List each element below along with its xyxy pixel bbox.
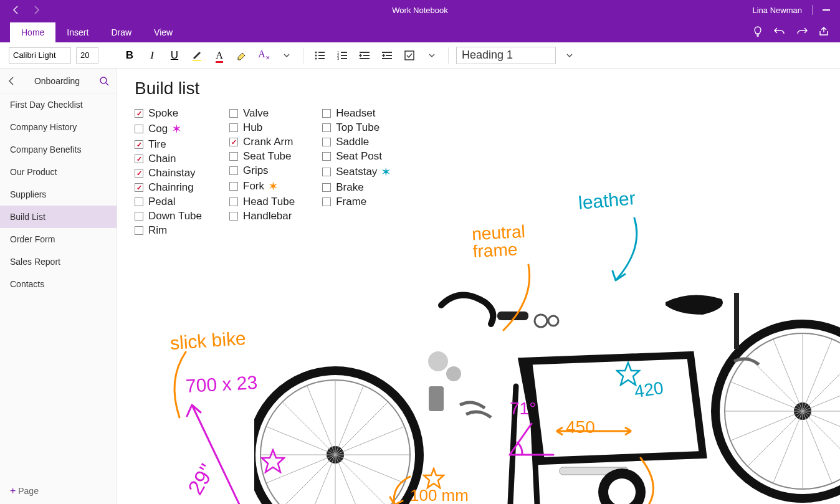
tab-view[interactable]: View <box>143 22 184 42</box>
bullet-list-button[interactable] <box>311 47 328 64</box>
clear-formatting-button[interactable]: A✕ <box>255 47 273 64</box>
underline-button[interactable]: U <box>166 47 183 64</box>
checklist-item[interactable]: Seat Tube <box>229 150 295 163</box>
font-color-button[interactable]: A <box>211 47 228 64</box>
checkbox[interactable] <box>135 169 143 178</box>
checklist-item[interactable]: Pedal <box>135 196 202 208</box>
more-formatting-dropdown[interactable] <box>278 47 295 64</box>
checklist-item[interactable]: Chainring <box>135 181 202 194</box>
checklist-item[interactable]: Cog✶ <box>135 121 202 136</box>
todo-tag-button[interactable] <box>401 47 418 64</box>
sidebar-page[interactable]: Sales Report <box>0 250 117 273</box>
eraser-button[interactable] <box>233 47 251 64</box>
checklist-label: Headset <box>336 107 375 120</box>
checklist-item[interactable]: Fork✶ <box>229 179 295 194</box>
checkbox[interactable] <box>229 152 238 161</box>
checkbox[interactable] <box>322 168 331 176</box>
checkbox[interactable] <box>135 155 143 163</box>
section-back-button[interactable] <box>7 77 15 85</box>
checklist-item[interactable]: Saddle <box>322 136 391 148</box>
checklist-item[interactable]: Seat Post <box>322 150 391 163</box>
note-canvas[interactable]: Build list SpokeCog✶TireChainChainstayCh… <box>117 69 840 504</box>
checklist-item[interactable]: Head Tube <box>229 196 295 208</box>
heading-style-dropdown[interactable] <box>561 47 578 64</box>
checkbox[interactable] <box>135 109 143 118</box>
bold-button[interactable]: B <box>121 47 138 64</box>
highlight-button[interactable] <box>188 47 206 64</box>
sidebar-page[interactable]: Company History <box>0 116 117 138</box>
checkbox[interactable] <box>229 166 238 175</box>
minimize-button[interactable] <box>823 9 830 11</box>
tab-draw[interactable]: Draw <box>100 22 143 42</box>
checklist-item[interactable]: Hub <box>229 121 295 134</box>
checkbox[interactable] <box>135 226 143 235</box>
sidebar-page[interactable]: Contacts <box>0 273 117 295</box>
svg-rect-17 <box>386 55 392 56</box>
checkbox[interactable] <box>322 109 331 118</box>
checkbox[interactable] <box>229 212 238 221</box>
checklist-item[interactable]: Seatstay✶ <box>322 164 391 179</box>
sidebar-page[interactable]: First Day Checklist <box>0 93 117 116</box>
checkbox[interactable] <box>229 197 238 206</box>
checklist-item[interactable]: Grips <box>229 164 295 177</box>
checklist-item[interactable]: Spoke <box>135 107 202 120</box>
italic-button[interactable]: I <box>143 47 161 64</box>
heading-style-label: Heading 1 <box>462 49 513 62</box>
numbered-list-button[interactable]: 123 <box>333 47 351 64</box>
svg-rect-6 <box>318 58 325 59</box>
separator <box>448 47 449 64</box>
font-size-input[interactable] <box>76 47 98 64</box>
checklist-item[interactable]: Down Tube <box>135 210 202 222</box>
checklist-item[interactable]: Tire <box>135 138 202 151</box>
checklist-item[interactable]: Top Tube <box>322 121 391 134</box>
outdent-button[interactable] <box>356 47 373 64</box>
checkbox[interactable] <box>322 183 331 192</box>
checkbox[interactable] <box>322 152 331 161</box>
sidebar-page[interactable]: Our Product <box>0 161 117 183</box>
share-icon[interactable] <box>819 26 829 37</box>
checkbox[interactable] <box>135 183 143 192</box>
checkbox[interactable] <box>322 138 331 146</box>
lightbulb-icon[interactable] <box>753 26 763 37</box>
checkbox[interactable] <box>135 125 143 133</box>
checklist-item[interactable]: Headset <box>322 107 391 120</box>
checklist-item[interactable]: Chainstay <box>135 167 202 179</box>
page-title[interactable]: Build list <box>135 78 199 98</box>
tab-insert[interactable]: Insert <box>55 22 100 42</box>
ink-100-arrow <box>385 473 422 504</box>
checkbox[interactable] <box>229 123 238 132</box>
sidebar-page[interactable]: Suppliers <box>0 183 117 206</box>
checkbox[interactable] <box>322 123 331 132</box>
checklist-label: Brake <box>336 181 363 194</box>
checkbox[interactable] <box>135 197 143 206</box>
heading-style-select[interactable]: Heading 1 <box>456 47 556 64</box>
sidebar-page[interactable]: Order Form <box>0 228 117 250</box>
checklist-item[interactable]: Brake <box>322 181 391 194</box>
redo-icon[interactable] <box>796 26 808 37</box>
checkbox[interactable] <box>229 109 238 118</box>
checkbox[interactable] <box>135 212 143 221</box>
section-title[interactable]: Onboarding <box>15 76 99 86</box>
sidebar-page[interactable]: Company Benefits <box>0 138 117 161</box>
search-icon[interactable] <box>99 76 109 86</box>
checklist-item[interactable]: Handlebar <box>229 210 295 222</box>
checkbox[interactable] <box>322 197 331 206</box>
font-name-input[interactable] <box>9 47 71 64</box>
indent-button[interactable] <box>378 47 396 64</box>
more-paragraph-dropdown[interactable] <box>423 47 441 64</box>
user-name[interactable]: Lina Newman <box>753 6 803 15</box>
checklist-item[interactable]: Chain <box>135 153 202 165</box>
checkbox[interactable] <box>229 182 238 191</box>
forward-button[interactable] <box>30 4 42 16</box>
checklist-item[interactable]: Valve <box>229 107 295 120</box>
checkbox[interactable] <box>229 138 238 146</box>
undo-icon[interactable] <box>774 26 785 37</box>
checklist-item[interactable]: Crank Arm <box>229 136 295 148</box>
back-button[interactable] <box>10 4 22 16</box>
add-page-button[interactable]: + Page <box>0 478 117 504</box>
checklist-item[interactable]: Rim <box>135 224 202 237</box>
tab-home[interactable]: Home <box>10 22 55 42</box>
checkbox[interactable] <box>135 140 143 149</box>
sidebar-page[interactable]: Build List <box>0 206 117 228</box>
checklist-item[interactable]: Frame <box>322 196 391 208</box>
